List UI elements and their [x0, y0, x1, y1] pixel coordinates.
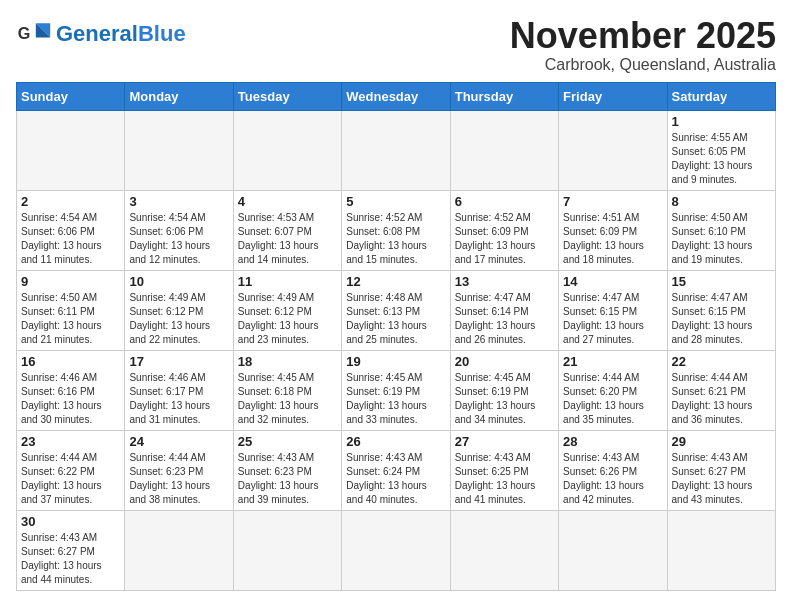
calendar-cell: 26Sunrise: 4:43 AM Sunset: 6:24 PM Dayli… — [342, 430, 450, 510]
day-info: Sunrise: 4:52 AM Sunset: 6:09 PM Dayligh… — [455, 211, 554, 267]
calendar-cell: 6Sunrise: 4:52 AM Sunset: 6:09 PM Daylig… — [450, 190, 558, 270]
day-number: 22 — [672, 354, 771, 369]
day-number: 13 — [455, 274, 554, 289]
day-number: 11 — [238, 274, 337, 289]
calendar-cell: 2Sunrise: 4:54 AM Sunset: 6:06 PM Daylig… — [17, 190, 125, 270]
calendar-cell — [450, 510, 558, 590]
calendar-cell: 8Sunrise: 4:50 AM Sunset: 6:10 PM Daylig… — [667, 190, 775, 270]
day-info: Sunrise: 4:44 AM Sunset: 6:20 PM Dayligh… — [563, 371, 662, 427]
day-number: 15 — [672, 274, 771, 289]
calendar-cell: 21Sunrise: 4:44 AM Sunset: 6:20 PM Dayli… — [559, 350, 667, 430]
calendar-cell: 3Sunrise: 4:54 AM Sunset: 6:06 PM Daylig… — [125, 190, 233, 270]
calendar-cell: 5Sunrise: 4:52 AM Sunset: 6:08 PM Daylig… — [342, 190, 450, 270]
day-info: Sunrise: 4:46 AM Sunset: 6:16 PM Dayligh… — [21, 371, 120, 427]
weekday-header-friday: Friday — [559, 82, 667, 110]
logo-icon: G — [16, 16, 52, 52]
calendar-week-row: 2Sunrise: 4:54 AM Sunset: 6:06 PM Daylig… — [17, 190, 776, 270]
day-info: Sunrise: 4:50 AM Sunset: 6:11 PM Dayligh… — [21, 291, 120, 347]
day-info: Sunrise: 4:43 AM Sunset: 6:27 PM Dayligh… — [21, 531, 120, 587]
title-block: November 2025 Carbrook, Queensland, Aust… — [510, 16, 776, 74]
calendar-cell — [342, 510, 450, 590]
svg-text:G: G — [18, 24, 31, 42]
calendar-cell — [559, 510, 667, 590]
calendar-cell: 18Sunrise: 4:45 AM Sunset: 6:18 PM Dayli… — [233, 350, 341, 430]
day-number: 12 — [346, 274, 445, 289]
day-info: Sunrise: 4:44 AM Sunset: 6:22 PM Dayligh… — [21, 451, 120, 507]
day-number: 14 — [563, 274, 662, 289]
location-title: Carbrook, Queensland, Australia — [510, 56, 776, 74]
day-info: Sunrise: 4:50 AM Sunset: 6:10 PM Dayligh… — [672, 211, 771, 267]
day-info: Sunrise: 4:43 AM Sunset: 6:23 PM Dayligh… — [238, 451, 337, 507]
day-number: 8 — [672, 194, 771, 209]
day-info: Sunrise: 4:43 AM Sunset: 6:24 PM Dayligh… — [346, 451, 445, 507]
day-number: 23 — [21, 434, 120, 449]
calendar-cell: 12Sunrise: 4:48 AM Sunset: 6:13 PM Dayli… — [342, 270, 450, 350]
day-number: 2 — [21, 194, 120, 209]
calendar-cell: 19Sunrise: 4:45 AM Sunset: 6:19 PM Dayli… — [342, 350, 450, 430]
day-info: Sunrise: 4:45 AM Sunset: 6:19 PM Dayligh… — [455, 371, 554, 427]
calendar-cell: 9Sunrise: 4:50 AM Sunset: 6:11 PM Daylig… — [17, 270, 125, 350]
day-number: 17 — [129, 354, 228, 369]
calendar-cell: 11Sunrise: 4:49 AM Sunset: 6:12 PM Dayli… — [233, 270, 341, 350]
day-number: 10 — [129, 274, 228, 289]
day-info: Sunrise: 4:54 AM Sunset: 6:06 PM Dayligh… — [129, 211, 228, 267]
calendar-table: SundayMondayTuesdayWednesdayThursdayFrid… — [16, 82, 776, 591]
calendar-cell: 17Sunrise: 4:46 AM Sunset: 6:17 PM Dayli… — [125, 350, 233, 430]
calendar-week-row: 9Sunrise: 4:50 AM Sunset: 6:11 PM Daylig… — [17, 270, 776, 350]
day-number: 7 — [563, 194, 662, 209]
calendar-cell: 16Sunrise: 4:46 AM Sunset: 6:16 PM Dayli… — [17, 350, 125, 430]
day-number: 16 — [21, 354, 120, 369]
day-number: 5 — [346, 194, 445, 209]
day-number: 30 — [21, 514, 120, 529]
day-number: 29 — [672, 434, 771, 449]
day-number: 19 — [346, 354, 445, 369]
day-info: Sunrise: 4:43 AM Sunset: 6:25 PM Dayligh… — [455, 451, 554, 507]
calendar-cell: 20Sunrise: 4:45 AM Sunset: 6:19 PM Dayli… — [450, 350, 558, 430]
day-info: Sunrise: 4:47 AM Sunset: 6:14 PM Dayligh… — [455, 291, 554, 347]
calendar-week-row: 23Sunrise: 4:44 AM Sunset: 6:22 PM Dayli… — [17, 430, 776, 510]
day-info: Sunrise: 4:43 AM Sunset: 6:26 PM Dayligh… — [563, 451, 662, 507]
calendar-cell: 4Sunrise: 4:53 AM Sunset: 6:07 PM Daylig… — [233, 190, 341, 270]
day-info: Sunrise: 4:45 AM Sunset: 6:19 PM Dayligh… — [346, 371, 445, 427]
weekday-header-saturday: Saturday — [667, 82, 775, 110]
day-info: Sunrise: 4:47 AM Sunset: 6:15 PM Dayligh… — [563, 291, 662, 347]
calendar-cell — [125, 110, 233, 190]
day-number: 25 — [238, 434, 337, 449]
calendar-cell: 29Sunrise: 4:43 AM Sunset: 6:27 PM Dayli… — [667, 430, 775, 510]
weekday-header-thursday: Thursday — [450, 82, 558, 110]
day-info: Sunrise: 4:49 AM Sunset: 6:12 PM Dayligh… — [129, 291, 228, 347]
calendar-cell: 23Sunrise: 4:44 AM Sunset: 6:22 PM Dayli… — [17, 430, 125, 510]
day-info: Sunrise: 4:51 AM Sunset: 6:09 PM Dayligh… — [563, 211, 662, 267]
calendar-cell — [450, 110, 558, 190]
day-info: Sunrise: 4:48 AM Sunset: 6:13 PM Dayligh… — [346, 291, 445, 347]
calendar-cell — [17, 110, 125, 190]
calendar-cell: 15Sunrise: 4:47 AM Sunset: 6:15 PM Dayli… — [667, 270, 775, 350]
day-info: Sunrise: 4:49 AM Sunset: 6:12 PM Dayligh… — [238, 291, 337, 347]
day-info: Sunrise: 4:55 AM Sunset: 6:05 PM Dayligh… — [672, 131, 771, 187]
calendar-week-row: 1Sunrise: 4:55 AM Sunset: 6:05 PM Daylig… — [17, 110, 776, 190]
calendar-cell: 25Sunrise: 4:43 AM Sunset: 6:23 PM Dayli… — [233, 430, 341, 510]
weekday-header-row: SundayMondayTuesdayWednesdayThursdayFrid… — [17, 82, 776, 110]
weekday-header-tuesday: Tuesday — [233, 82, 341, 110]
day-number: 6 — [455, 194, 554, 209]
day-number: 3 — [129, 194, 228, 209]
day-number: 28 — [563, 434, 662, 449]
calendar-cell: 22Sunrise: 4:44 AM Sunset: 6:21 PM Dayli… — [667, 350, 775, 430]
calendar-cell — [342, 110, 450, 190]
page-header: G GeneralBlue November 2025 Carbrook, Qu… — [16, 16, 776, 74]
calendar-cell — [667, 510, 775, 590]
calendar-cell: 1Sunrise: 4:55 AM Sunset: 6:05 PM Daylig… — [667, 110, 775, 190]
calendar-cell: 24Sunrise: 4:44 AM Sunset: 6:23 PM Dayli… — [125, 430, 233, 510]
day-info: Sunrise: 4:44 AM Sunset: 6:23 PM Dayligh… — [129, 451, 228, 507]
day-info: Sunrise: 4:53 AM Sunset: 6:07 PM Dayligh… — [238, 211, 337, 267]
day-info: Sunrise: 4:54 AM Sunset: 6:06 PM Dayligh… — [21, 211, 120, 267]
calendar-cell: 28Sunrise: 4:43 AM Sunset: 6:26 PM Dayli… — [559, 430, 667, 510]
day-number: 20 — [455, 354, 554, 369]
calendar-week-row: 30Sunrise: 4:43 AM Sunset: 6:27 PM Dayli… — [17, 510, 776, 590]
month-title: November 2025 — [510, 16, 776, 56]
day-number: 24 — [129, 434, 228, 449]
calendar-cell: 14Sunrise: 4:47 AM Sunset: 6:15 PM Dayli… — [559, 270, 667, 350]
weekday-header-monday: Monday — [125, 82, 233, 110]
calendar-cell — [233, 510, 341, 590]
day-number: 4 — [238, 194, 337, 209]
